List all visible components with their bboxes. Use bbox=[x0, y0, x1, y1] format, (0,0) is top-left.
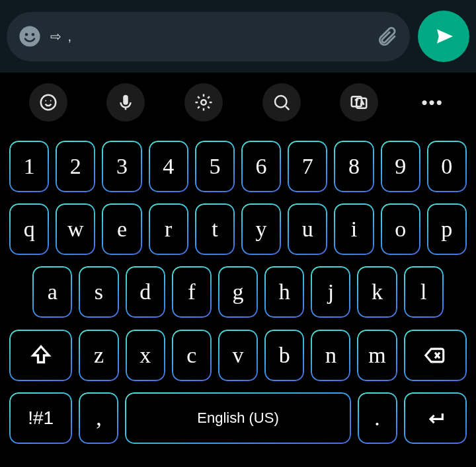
key-d[interactable]: d bbox=[126, 266, 165, 318]
settings-button[interactable] bbox=[184, 83, 223, 122]
gear-icon bbox=[194, 92, 214, 112]
key-6[interactable]: 6 bbox=[241, 141, 281, 192]
svg-point-3 bbox=[41, 95, 56, 110]
number-row: 1 2 3 4 5 6 7 8 9 0 bbox=[9, 141, 467, 192]
symbols-key[interactable]: !#1 bbox=[9, 392, 72, 444]
key-z[interactable]: z bbox=[79, 330, 118, 381]
shift-key[interactable] bbox=[9, 330, 72, 381]
smile-icon bbox=[38, 92, 58, 112]
key-j[interactable]: j bbox=[311, 266, 350, 318]
key-v[interactable]: v bbox=[218, 330, 258, 381]
send-icon bbox=[434, 26, 456, 47]
key-3[interactable]: 3 bbox=[102, 141, 141, 192]
key-9[interactable]: 9 bbox=[381, 141, 420, 192]
key-8[interactable]: 8 bbox=[334, 141, 374, 192]
key-i[interactable]: i bbox=[334, 203, 374, 255]
svg-point-8 bbox=[275, 96, 287, 108]
voice-button[interactable] bbox=[106, 83, 145, 122]
attachment-icon[interactable] bbox=[376, 25, 398, 48]
translate-icon bbox=[349, 92, 369, 112]
message-input-pill[interactable]: ⇨ , bbox=[7, 12, 410, 61]
key-2[interactable]: 2 bbox=[56, 141, 95, 192]
svg-point-0 bbox=[19, 26, 40, 46]
home-row: a s d f g h j k l bbox=[9, 266, 467, 318]
key-h[interactable]: h bbox=[264, 266, 304, 318]
bottom-letter-row: z x c v b n m bbox=[9, 330, 467, 381]
spacebar[interactable]: English (US) bbox=[125, 392, 350, 444]
key-f[interactable]: f bbox=[172, 266, 212, 318]
key-x[interactable]: x bbox=[126, 330, 165, 381]
enter-key[interactable] bbox=[404, 392, 467, 444]
backspace-key[interactable] bbox=[404, 330, 467, 381]
key-p[interactable]: p bbox=[427, 203, 467, 255]
key-b[interactable]: b bbox=[264, 330, 304, 381]
key-k[interactable]: k bbox=[357, 266, 397, 318]
key-l[interactable]: l bbox=[404, 266, 444, 318]
svg-point-5 bbox=[50, 100, 52, 102]
keyboard-rows: 1 2 3 4 5 6 7 8 9 0 q w e r t y u i o p … bbox=[0, 127, 476, 467]
message-text[interactable]: ⇨ , bbox=[50, 28, 366, 44]
search-icon bbox=[272, 92, 292, 112]
svg-point-1 bbox=[25, 33, 28, 36]
svg-point-4 bbox=[45, 100, 46, 102]
mic-icon bbox=[116, 92, 136, 112]
key-t[interactable]: t bbox=[195, 203, 235, 255]
period-key[interactable]: . bbox=[358, 392, 397, 444]
key-r[interactable]: r bbox=[149, 203, 188, 255]
key-w[interactable]: w bbox=[56, 203, 95, 255]
key-1[interactable]: 1 bbox=[9, 141, 49, 192]
emoji-icon[interactable] bbox=[19, 25, 41, 48]
spacebar-row: !#1 , English (US) . bbox=[9, 392, 467, 444]
key-m[interactable]: m bbox=[357, 330, 397, 381]
key-4[interactable]: 4 bbox=[149, 141, 188, 192]
key-a[interactable]: a bbox=[32, 266, 72, 318]
sticker-button[interactable] bbox=[29, 83, 67, 122]
translate-button[interactable] bbox=[340, 83, 378, 122]
keyboard: ••• 1 2 3 4 5 6 7 8 9 0 q w e r t y u i … bbox=[0, 73, 476, 467]
key-e[interactable]: e bbox=[102, 203, 141, 255]
key-5[interactable]: 5 bbox=[195, 141, 235, 192]
key-y[interactable]: y bbox=[241, 203, 281, 255]
shift-icon bbox=[29, 343, 53, 367]
key-q[interactable]: q bbox=[9, 203, 49, 255]
enter-icon bbox=[424, 407, 446, 429]
key-7[interactable]: 7 bbox=[288, 141, 327, 192]
comma-key[interactable]: , bbox=[79, 392, 118, 444]
svg-rect-6 bbox=[124, 95, 129, 105]
key-o[interactable]: o bbox=[381, 203, 420, 255]
svg-point-7 bbox=[201, 100, 206, 105]
key-g[interactable]: g bbox=[218, 266, 258, 318]
key-0[interactable]: 0 bbox=[427, 141, 467, 192]
key-u[interactable]: u bbox=[288, 203, 327, 255]
more-button[interactable]: ••• bbox=[418, 92, 447, 113]
key-n[interactable]: n bbox=[311, 330, 350, 381]
qwerty-row: q w e r t y u i o p bbox=[9, 203, 467, 255]
search-button[interactable] bbox=[262, 83, 301, 122]
keyboard-toolbar: ••• bbox=[0, 73, 476, 127]
svg-point-2 bbox=[32, 33, 35, 36]
send-button[interactable] bbox=[418, 11, 469, 62]
key-s[interactable]: s bbox=[79, 266, 118, 318]
key-c[interactable]: c bbox=[172, 330, 212, 381]
chat-input-bar: ⇨ , bbox=[0, 0, 476, 73]
backspace-icon bbox=[424, 344, 446, 367]
